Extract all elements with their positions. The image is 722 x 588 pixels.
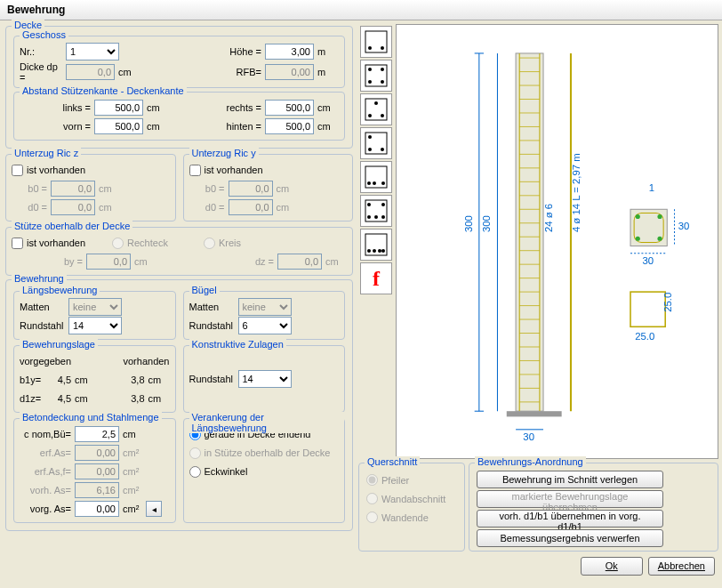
uz-b0-input	[51, 181, 95, 197]
section-icon-5[interactable]	[360, 161, 392, 193]
section-icon-2[interactable]	[360, 60, 392, 92]
svg-text:30: 30	[678, 221, 690, 231]
abstand-group: Abstand Stützenkante - Deckenkante links…	[13, 92, 345, 141]
uy-d0-input	[229, 199, 273, 215]
beton-group: Betondeckung und Stahlmenge c nom,Bü=cm …	[13, 418, 176, 523]
svg-point-2	[381, 46, 384, 50]
buegel-matten-select: keine	[238, 298, 292, 316]
verank-group: Verankerung der Längsbewehrung gerade in…	[183, 418, 346, 523]
uy-b0-input	[229, 181, 273, 197]
section-diagram: 300 300 24 ø 6 4 ø 14 L = 2,97 m 30 1 30…	[396, 24, 718, 459]
unterzug-y-group: Unterzug Ric y ist vorhanden b0 =cm d0 =…	[183, 154, 354, 222]
svg-rect-69	[507, 411, 562, 416]
section-icon-f[interactable]: f	[360, 262, 392, 294]
vorn-input[interactable]	[94, 118, 143, 134]
uy-vorhanden-check[interactable]	[189, 165, 201, 176]
svg-point-13	[368, 148, 372, 151]
svg-point-4	[368, 80, 372, 84]
hoehe-input[interactable]	[265, 44, 314, 60]
svg-point-21	[367, 215, 371, 219]
verlegen-button[interactable]: Bewehrung im Schnitt verlegen	[477, 471, 663, 488]
svg-point-29	[378, 249, 381, 253]
nr-select[interactable]: 1	[66, 43, 119, 60]
svg-rect-83	[630, 292, 665, 326]
wandende-radio	[366, 511, 378, 523]
geschoss-group: Geschoss Nr.: 1 Höhe = m Dicke dp = cm R…	[13, 36, 345, 88]
kreis-radio	[204, 238, 215, 249]
svg-point-24	[381, 203, 385, 206]
abbrechen-button[interactable]: Abbrechen	[648, 557, 715, 576]
cnom-input[interactable]	[75, 426, 119, 442]
d1b1-button[interactable]: vorh. d1/b1 übernehmen in vorg. d1/b1	[477, 510, 663, 528]
decke-group: Decke Geschoss Nr.: 1 Höhe = m Dicke dp …	[5, 26, 353, 149]
svg-point-9	[368, 114, 372, 117]
section-icon-1[interactable]	[360, 26, 392, 58]
svg-point-1	[368, 46, 372, 50]
svg-point-28	[373, 249, 376, 253]
svg-text:4 ø 14  L = 2,97 m: 4 ø 14 L = 2,97 m	[571, 153, 582, 232]
svg-point-25	[374, 215, 378, 219]
svg-point-75	[636, 214, 640, 219]
section-icon-7[interactable]	[360, 229, 392, 261]
verank-opt3-radio[interactable]	[189, 466, 201, 478]
svg-point-23	[367, 203, 371, 206]
buegel-rund-select[interactable]: 6	[238, 317, 292, 334]
uz-d0-input	[51, 199, 95, 215]
section-icon-3[interactable]	[360, 93, 392, 125]
svg-point-22	[381, 215, 385, 219]
laengs-rund-select[interactable]: 14	[68, 317, 122, 334]
vorg-input[interactable]	[75, 501, 119, 517]
anordnung-group: Bewehrungs-Anordnung Bewehrung im Schnit…	[469, 463, 718, 552]
svg-point-77	[636, 237, 640, 241]
querschnitt-group: Querschnitt Pfeiler Wandabschnitt Wanden…	[358, 463, 465, 552]
verank-opt2-radio	[189, 447, 201, 459]
svg-text:300: 300	[463, 215, 474, 232]
svg-point-76	[657, 214, 662, 219]
svg-text:25.0: 25.0	[662, 293, 673, 312]
svg-text:30: 30	[642, 255, 654, 266]
hinten-input[interactable]	[265, 118, 314, 134]
vorg-dropdown-button[interactable]: ◂	[146, 501, 162, 517]
ok-button[interactable]: Ok	[581, 557, 643, 576]
svg-point-11	[374, 101, 378, 105]
vorh-input	[75, 482, 119, 498]
stuetze-group: Stütze oberhalb der Decke ist vorhanden …	[5, 227, 353, 276]
konstr-rund-select[interactable]: 14	[238, 370, 292, 388]
svg-point-14	[381, 148, 384, 151]
rechts-input[interactable]	[265, 100, 314, 116]
svg-point-18	[373, 181, 376, 185]
uebernehmen-button: markierte Bewehrungslage übernehmen	[477, 490, 663, 508]
konstr-group: Konstruktive Zulagen Rundstahl14	[183, 345, 346, 413]
svg-point-6	[368, 68, 372, 71]
svg-text:25.0: 25.0	[635, 331, 654, 342]
svg-point-30	[381, 249, 385, 253]
dz-input	[277, 254, 322, 270]
uz-vorhanden-check[interactable]	[12, 165, 23, 176]
erfas-input	[75, 445, 119, 461]
lage-group: Bewehrungslage vorgegebenvorhanden b1y=4…	[13, 345, 176, 413]
svg-text:30: 30	[523, 431, 534, 442]
buegel-group: Bügel Mattenkeine Rundstahl6	[183, 291, 346, 340]
svg-point-78	[657, 237, 662, 241]
section-icon-4[interactable]	[360, 127, 392, 159]
rfb-input	[265, 64, 314, 80]
links-input[interactable]	[94, 100, 143, 116]
svg-point-10	[381, 114, 384, 117]
wandab-radio	[366, 493, 378, 504]
stuetze-vorhanden-check[interactable]	[12, 238, 23, 249]
svg-point-5	[381, 80, 384, 84]
rechteck-radio	[112, 238, 124, 249]
svg-text:24 ø 6: 24 ø 6	[543, 204, 554, 232]
section-icons: f	[358, 24, 394, 459]
svg-point-15	[368, 135, 372, 139]
svg-text:1: 1	[649, 182, 654, 193]
svg-point-19	[381, 181, 385, 185]
svg-text:300: 300	[481, 215, 492, 232]
pfeiler-radio	[366, 474, 378, 486]
section-icon-6[interactable]	[360, 195, 392, 227]
svg-point-27	[367, 249, 371, 253]
verwerfen-button[interactable]: Bemessungsergebnis verwerfen	[477, 529, 663, 547]
svg-point-7	[381, 68, 384, 71]
window-title: Bewehrung	[0, 0, 722, 20]
bewehrung-group: Bewehrung Längsbewehrung Mattenkeine Run…	[5, 279, 353, 531]
